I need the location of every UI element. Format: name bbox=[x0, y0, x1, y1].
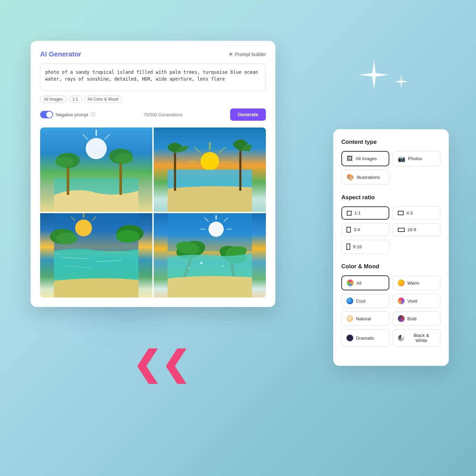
image-icon: 🖼 bbox=[347, 155, 353, 162]
panel-header: AI Generator ✳ Prompt builder bbox=[40, 50, 266, 58]
mood-natural-label: Natural bbox=[356, 316, 371, 321]
svg-point-7 bbox=[55, 157, 74, 167]
grid-image-4[interactable] bbox=[154, 213, 266, 298]
color-mood-options: All Warm Cool Vivid Natural Bold Dramati… bbox=[341, 275, 441, 347]
side-panel: Content type 🖼 All images 📷 Photos 🎨 Ill… bbox=[333, 129, 449, 366]
mood-bold-label: Bold bbox=[407, 316, 417, 321]
image-grid bbox=[40, 128, 266, 298]
aspect-ratio-4-3[interactable]: 4:3 bbox=[393, 206, 441, 220]
ratio-43-icon bbox=[398, 211, 404, 215]
grid-image-3[interactable] bbox=[40, 213, 152, 298]
negative-prompt-label: Negative prompt bbox=[56, 112, 88, 117]
tag-color-mood[interactable]: All Color & Mood bbox=[84, 96, 122, 103]
controls-row: Negative prompt ⓘ 75/500 Generations Gen… bbox=[40, 108, 266, 121]
mood-warm[interactable]: Warm bbox=[393, 275, 441, 290]
svg-point-10 bbox=[115, 154, 134, 164]
aspect-ratio-4-3-label: 4:3 bbox=[406, 210, 413, 216]
svg-line-2 bbox=[105, 134, 110, 139]
content-type-options: 🖼 All images 📷 Photos 🎨 Illustrations bbox=[341, 151, 441, 185]
grid-image-1[interactable] bbox=[40, 128, 152, 212]
grid-image-2[interactable] bbox=[154, 128, 266, 212]
svg-point-28 bbox=[116, 230, 139, 243]
aspect-ratio-3-4-label: 3:4 bbox=[354, 227, 360, 232]
aspect-ratio-options: 1:1 4:3 3:4 16:9 9:16 bbox=[341, 206, 441, 254]
content-type-illustrations-label: Illustrations bbox=[357, 175, 380, 180]
aspect-ratio-1-1-label: 1:1 bbox=[354, 210, 361, 216]
negative-prompt-toggle[interactable] bbox=[40, 111, 53, 118]
mood-all[interactable]: All bbox=[341, 275, 389, 290]
svg-line-3 bbox=[83, 134, 88, 139]
mood-dramatic-label: Dramatic bbox=[356, 336, 374, 341]
mood-all-label: All bbox=[356, 280, 361, 286]
mood-bold[interactable]: Bold bbox=[393, 311, 441, 326]
svg-line-13 bbox=[219, 147, 226, 153]
ratio-34-icon bbox=[346, 227, 351, 233]
scene-svg-2 bbox=[154, 128, 266, 212]
ratio-169-icon bbox=[398, 228, 405, 232]
palette-icon: 🎨 bbox=[346, 173, 354, 181]
svg-rect-19 bbox=[239, 151, 241, 191]
arrow-chevron-1: ❮ bbox=[133, 347, 161, 381]
svg-point-33 bbox=[208, 222, 224, 237]
panel-title: AI Generator bbox=[40, 50, 81, 58]
color-mood-title: Color & Mood bbox=[341, 263, 441, 270]
mood-cool[interactable]: Cool bbox=[341, 294, 389, 308]
mood-cool-icon bbox=[346, 298, 353, 304]
scene-svg-3 bbox=[40, 213, 152, 298]
mood-cool-label: Cool bbox=[356, 299, 366, 304]
generator-panel: AI Generator ✳ Prompt builder photo of a… bbox=[31, 41, 275, 307]
aspect-ratio-9-16[interactable]: 9:16 bbox=[341, 240, 389, 254]
svg-point-26 bbox=[56, 233, 77, 244]
mood-black-white[interactable]: Black & White bbox=[393, 329, 441, 347]
content-type-all-images[interactable]: 🖼 All images bbox=[341, 151, 389, 166]
mood-all-icon bbox=[347, 279, 354, 286]
mood-warm-label: Warm bbox=[407, 280, 420, 286]
aspect-ratio-9-16-label: 9:16 bbox=[353, 244, 362, 249]
mood-vivid-icon bbox=[398, 298, 405, 304]
arrow-chevron-2: ❮ bbox=[161, 347, 190, 381]
negative-prompt-control: Negative prompt ⓘ bbox=[40, 111, 96, 118]
tag-ratio[interactable]: 1:1 bbox=[69, 96, 82, 103]
svg-point-21 bbox=[75, 220, 92, 237]
svg-line-14 bbox=[194, 147, 201, 153]
scene-svg-4 bbox=[154, 213, 266, 298]
svg-point-45 bbox=[188, 267, 190, 269]
sparkle-large-icon bbox=[357, 58, 391, 92]
svg-point-11 bbox=[201, 152, 219, 171]
wand-icon: ✳ bbox=[228, 51, 233, 57]
mood-bold-icon bbox=[398, 315, 405, 322]
ratio-916-icon bbox=[346, 243, 350, 250]
aspect-ratio-1-1[interactable]: 1:1 bbox=[341, 206, 389, 220]
content-type-title: Content type bbox=[341, 139, 441, 146]
camera-icon: 📷 bbox=[398, 155, 405, 163]
mood-dramatic-icon bbox=[346, 335, 353, 341]
generate-button[interactable]: Generate bbox=[230, 108, 266, 121]
mood-natural[interactable]: Natural bbox=[341, 311, 389, 326]
aspect-ratio-16-9-label: 16:9 bbox=[407, 227, 416, 232]
tag-all-images[interactable]: All Images bbox=[40, 96, 67, 103]
mood-bw-label: Black & White bbox=[407, 333, 436, 343]
svg-rect-18 bbox=[174, 153, 176, 191]
mood-bw-icon bbox=[398, 335, 405, 341]
prompt-builder-label: Prompt builder bbox=[235, 52, 266, 57]
content-type-photos[interactable]: 📷 Photos bbox=[393, 151, 441, 166]
aspect-ratio-title: Aspect ratio bbox=[341, 194, 441, 201]
svg-point-43 bbox=[200, 262, 202, 264]
ratio-11-icon bbox=[347, 211, 352, 216]
mood-warm-icon bbox=[398, 279, 405, 286]
mood-natural-icon bbox=[346, 315, 353, 322]
tags-row: All Images 1:1 All Color & Mood bbox=[40, 96, 266, 103]
content-type-illustrations[interactable]: 🎨 Illustrations bbox=[341, 170, 389, 185]
info-icon[interactable]: ⓘ bbox=[91, 112, 96, 118]
aspect-ratio-3-4[interactable]: 3:4 bbox=[341, 223, 389, 236]
generations-text: 75/500 Generations bbox=[143, 112, 182, 117]
content-type-photos-label: Photos bbox=[408, 156, 422, 161]
mood-vivid[interactable]: Vivid bbox=[393, 294, 441, 308]
mood-dramatic[interactable]: Dramatic bbox=[341, 329, 389, 347]
prompt-builder-button[interactable]: ✳ Prompt builder bbox=[228, 51, 266, 57]
svg-point-0 bbox=[86, 138, 107, 159]
aspect-ratio-16-9[interactable]: 16:9 bbox=[393, 223, 441, 236]
prompt-input[interactable]: photo of a sandy tropical island filled … bbox=[40, 64, 266, 91]
scene-svg-1 bbox=[40, 128, 152, 212]
svg-point-44 bbox=[222, 265, 223, 267]
